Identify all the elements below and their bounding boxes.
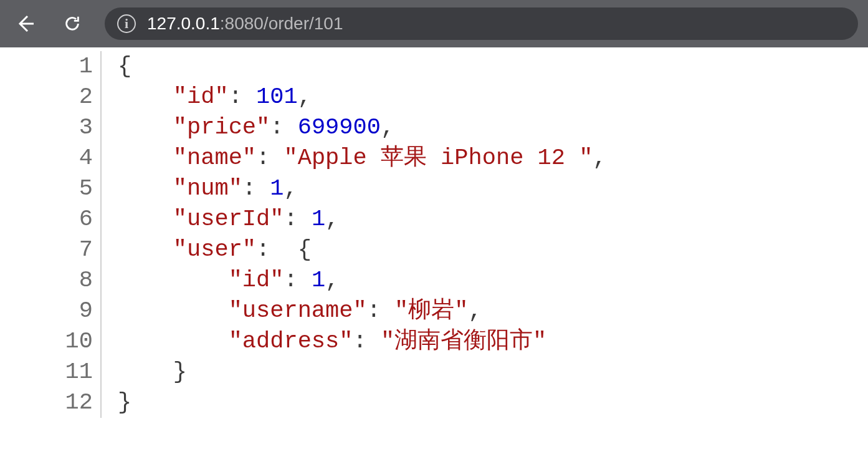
url-port: :8080 (220, 14, 264, 33)
json-punct: , (381, 114, 394, 140)
code-line: 1{ (11, 51, 868, 82)
code-line: 8 "id": 1, (11, 265, 868, 296)
json-punct: , (593, 145, 606, 171)
line-source: } (102, 357, 187, 387)
json-punct: , (325, 206, 339, 232)
line-source: "username": "柳岩", (102, 296, 482, 326)
code-line: 5 "num": 1, (11, 173, 868, 204)
line-number: 5 (11, 173, 102, 204)
url-host: 127.0.0.1 (147, 14, 220, 33)
json-punct: } (118, 389, 131, 415)
json-number: 699900 (298, 114, 381, 140)
line-number: 6 (11, 204, 102, 235)
json-punct: { (118, 53, 131, 79)
line-source: "name": "Apple 苹果 iPhone 12 ", (102, 143, 607, 173)
json-punct: : (353, 328, 380, 354)
code-line: 2 "id": 101, (11, 82, 868, 112)
json-key-or-string: "username" (229, 297, 367, 324)
line-source: "num": 1, (102, 173, 298, 204)
back-button[interactable] (10, 9, 40, 39)
json-punct: : (242, 175, 270, 201)
reload-button[interactable] (57, 9, 87, 39)
line-number: 2 (11, 82, 102, 112)
json-punct: : (256, 236, 284, 263)
json-number: 1 (312, 206, 325, 232)
json-punct: , (325, 267, 339, 293)
line-source: "id": 101, (102, 82, 312, 112)
json-punct: , (298, 84, 312, 110)
line-number: 8 (11, 265, 102, 296)
json-key-or-string: "user" (173, 236, 256, 263)
line-number: 1 (11, 51, 102, 82)
reload-icon (63, 14, 82, 33)
json-key-or-string: "id" (173, 84, 229, 110)
address-bar[interactable]: i 127.0.0.1:8080/order/101 (105, 7, 858, 40)
code-line: 7 "user": { (11, 235, 868, 265)
json-punct: : (367, 297, 394, 324)
json-punct: } (173, 359, 187, 385)
json-viewer: 1{2 "id": 101,3 "price": 699900,4 "name"… (11, 51, 868, 418)
json-punct: : (256, 145, 284, 171)
code-line: 11 } (11, 357, 868, 387)
json-punct: : (284, 206, 311, 232)
url-text: 127.0.0.1:8080/order/101 (147, 14, 343, 34)
json-key-or-string: "id" (229, 267, 284, 293)
code-line: 10 "address": "湖南省衡阳市" (11, 326, 868, 357)
line-number: 7 (11, 235, 102, 265)
line-source: "id": 1, (102, 265, 339, 296)
code-line: 4 "name": "Apple 苹果 iPhone 12 ", (11, 143, 868, 173)
json-punct: : (284, 267, 311, 293)
line-source: "price": 699900, (102, 112, 394, 143)
line-number: 4 (11, 143, 102, 173)
code-line: 3 "price": 699900, (11, 112, 868, 143)
line-source: "address": "湖南省衡阳市" (102, 326, 546, 357)
json-punct: , (469, 297, 482, 324)
json-number: 1 (270, 175, 284, 201)
json-key-or-string: "address" (229, 328, 353, 354)
json-number: 1 (312, 267, 325, 293)
line-source: } (102, 387, 131, 418)
line-source: "userId": 1, (102, 204, 339, 235)
json-number: 101 (256, 84, 298, 110)
site-info-icon[interactable]: i (117, 14, 136, 33)
json-punct: : (229, 84, 256, 110)
line-number: 12 (11, 387, 102, 418)
line-number: 3 (11, 112, 102, 143)
json-key-or-string: "湖南省衡阳市" (381, 328, 546, 354)
json-punct: , (284, 175, 298, 201)
code-line: 9 "username": "柳岩", (11, 296, 868, 326)
browser-toolbar: i 127.0.0.1:8080/order/101 (0, 0, 868, 47)
line-number: 10 (11, 326, 102, 357)
line-number: 11 (11, 357, 102, 387)
code-line: 6 "userId": 1, (11, 204, 868, 235)
json-key-or-string: "num" (173, 175, 242, 201)
line-source: { (102, 51, 131, 82)
arrow-left-icon (15, 14, 35, 34)
url-path: /order/101 (264, 14, 343, 33)
json-key-or-string: "柳岩" (394, 297, 468, 324)
code-block: 1{2 "id": 101,3 "price": 699900,4 "name"… (11, 51, 868, 418)
json-punct: : (270, 114, 297, 140)
json-punct: { (284, 236, 311, 263)
line-source: "user": { (102, 235, 312, 265)
json-key-or-string: "price" (173, 114, 270, 140)
json-key-or-string: "name" (173, 145, 256, 171)
line-number: 9 (11, 296, 102, 326)
code-line: 12} (11, 387, 868, 418)
json-key-or-string: "userId" (173, 206, 284, 232)
json-key-or-string: "Apple 苹果 iPhone 12 " (284, 145, 593, 171)
